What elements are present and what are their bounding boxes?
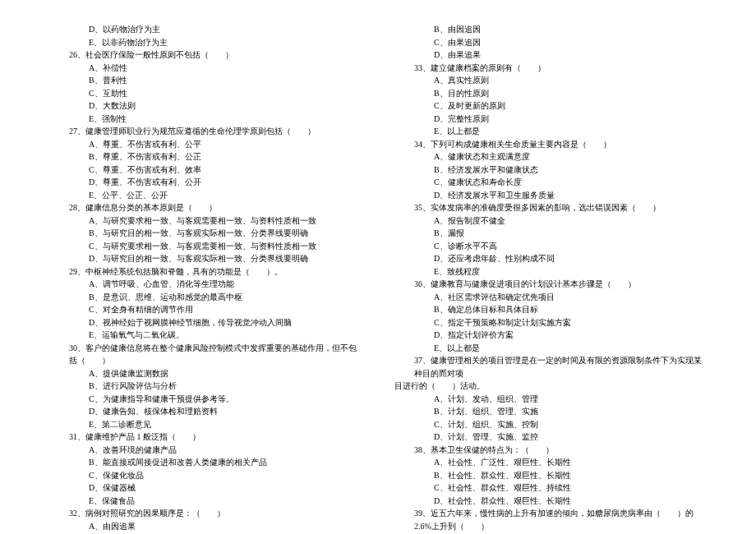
question-stem: 30、客户的健康信息将在整个健康风险控制模式中发挥重要的基础作用，但不包括（ ） (49, 342, 362, 367)
option-line: B、与研究目的相一致、与客观实际相一致、分类界线要明确 (49, 227, 362, 240)
option-line: A、与研究要求相一致、与客观需要相一致、与资料性质相一致 (49, 214, 362, 228)
option-line: C、为健康指导和健康干预提供参考等。 (49, 393, 362, 406)
option-line: D、保健器械 (49, 481, 362, 495)
option-line: D、大数法则 (49, 99, 362, 113)
option-line: B、由因追因 (394, 23, 707, 36)
option-line: D、完整性原则 (394, 113, 707, 126)
option-line: E、保健食品 (49, 495, 362, 508)
option-line: D、经济发展水平和卫生服务质量 (394, 189, 707, 202)
option-line: D、以药物治疗为主 (49, 23, 362, 36)
option-line: D、社会性、群众性、艰巨性、长期性 (394, 495, 707, 508)
option-line: D、还应考虑年龄、性别构成不同 (394, 252, 707, 265)
option-line: E、以上都是 (394, 342, 707, 355)
option-line: B、目的性原则 (394, 87, 707, 100)
option-line: C、对全身有精细的调节作用 (49, 303, 362, 316)
option-line: D、尊重、不伤害或有利、公开 (49, 176, 362, 189)
option-line: D、指定计划评价方案 (394, 329, 707, 342)
question-stem: 35、实体发病率的准确度受很多因素的影响，选出错误因素（ ） (394, 201, 707, 214)
option-line: C、保健化妆品 (49, 469, 362, 482)
option-line: A、报告制度不健全 (394, 214, 707, 228)
option-line: C、及时更新的原则 (394, 99, 707, 113)
option-line: C、互助性 (49, 87, 362, 100)
option-line: A、尊重、不伤害或有利、公平 (49, 138, 362, 151)
option-line: D、与研究目的相一致、与客观实际相一致、分类界线要明确 (49, 252, 362, 265)
question-stem: 31、健康维护产品 1 般泛指（ ） (49, 430, 362, 444)
question-stem-line2: 目进行的（ ）活动。 (394, 380, 707, 393)
option-line: B、确定总体目标和具体目标 (394, 303, 707, 316)
question-stem: 26、社会医疗保险一般性原则不包括（ ） (49, 48, 362, 62)
option-line: C、计划、组织、实施、控制 (394, 418, 707, 431)
option-line: A、由因追果 (49, 520, 362, 533)
option-line: E、运输氧气与二氧化碳。 (49, 329, 362, 342)
question-stem: 36、健康教育与健康促进项目的计划设计基本步骤是（ ） (394, 278, 707, 291)
option-line: E、强制性 (49, 113, 362, 126)
option-line: E、致残程度 (394, 265, 707, 279)
option-line: A、社会性、广泛性、艰巨性、长期性 (394, 456, 707, 469)
option-line: A、社区需求评估和确定优先项目 (394, 291, 707, 304)
option-line: A、计划、发动、组织、管理 (394, 393, 707, 406)
option-line: B、社会性、群众性、艰巨性、长期性 (394, 469, 707, 482)
option-line: E、以上都是 (394, 125, 707, 138)
question-stem: 39、近五六年来，慢性病的上升有加速的倾向，如糖尿病患病率由（ ）的 2.6%上… (394, 507, 707, 532)
question-stem: 33、建立健康档案的原则有（ ） (394, 62, 707, 75)
option-line: B、漏报 (394, 227, 707, 240)
question-stem: 29、中枢神经系统包括脑和脊髓，具有的功能是（ ）。 (49, 265, 362, 279)
option-line: C、社会性、群众性、艰巨性、持续性 (394, 481, 707, 495)
option-line: A、真实性原则 (394, 74, 707, 87)
option-line: C、指定干预策略和制定计划实施方案 (394, 316, 707, 329)
option-line: C、由果追因 (394, 36, 707, 49)
option-line: B、尊重、不伤害或有利、公正 (49, 150, 362, 163)
option-line: D、计划、管理、实施、监控 (394, 430, 707, 444)
option-line: A、调节呼吸、心血管、消化等生理功能 (49, 278, 362, 291)
option-line: D、由果追果 (394, 48, 707, 62)
option-line: C、健康状态和寿命长度 (394, 176, 707, 189)
option-line: B、计划、组织、管理、实施 (394, 405, 707, 418)
option-line: B、能直接或间接促进和改善人类健康的相关产品 (49, 456, 362, 469)
question-stem: 28、健康信息分类的基本原则是（ ） (49, 201, 362, 214)
option-line: B、进行风险评估与分析 (49, 380, 362, 393)
option-line: A、改善环境的健康产品 (49, 444, 362, 457)
option-line: B、普利性 (49, 74, 362, 87)
option-line: A、提供健康监测数据 (49, 367, 362, 380)
option-line: E、公平、公正、公开 (49, 189, 362, 202)
option-line: D、视神经始于视网膜神经节细胞，传导视觉冲动入间脑 (49, 316, 362, 329)
option-line: D、健康告知、核保体检和理赔资料 (49, 405, 362, 418)
option-line: B、经济发展水平和健康状态 (394, 163, 707, 177)
question-stem: 32、病例对照研究的因果顺序是：（ ） (49, 507, 362, 520)
option-line: C、与研究要求相一致、与客观需要相一致、与资料性质相一致 (49, 240, 362, 253)
option-line: A、补偿性 (49, 62, 362, 75)
question-stem: 37、健康管理相关的项目管理是在一定的时间及有限的资源限制条件下为实现某种目的而… (394, 354, 707, 380)
option-line: A、健康状态和主观满意度 (394, 150, 707, 163)
question-stem: 34、下列可构成健康相关生命质量主要内容是（ ） (394, 138, 707, 151)
option-line: E、第二诊断意见 (49, 418, 362, 431)
option-line: C、诊断水平不高 (394, 240, 707, 253)
option-line: B、是意识、思维、运动和感觉的最高中枢 (49, 291, 362, 304)
question-stem: 27、健康管理师职业行为规范应遵循的生命伦理学原则包括（ ） (49, 125, 362, 138)
option-line: C、尊重、不伤害或有利、效率 (49, 163, 362, 177)
option-line: E、以非药物治疗为主 (49, 36, 362, 49)
question-stem: 38、基本卫生保健的特点为：（ ） (394, 444, 707, 457)
